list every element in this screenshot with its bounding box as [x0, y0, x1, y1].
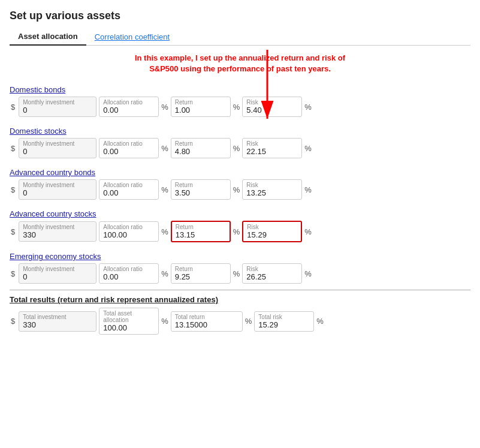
alloc-label-advanced-country-bonds: Allocation ratio [103, 182, 155, 188]
tab-correlation-coefficient[interactable]: Correlation coefficient [86, 28, 179, 45]
pct-return-advanced-country-bonds: % [233, 185, 240, 194]
risk-field-emerging-economy-stocks[interactable]: Risk 26.25 [242, 263, 302, 284]
risk-label-emerging-economy-stocks: Risk [246, 266, 298, 272]
monthly-field-advanced-country-stocks[interactable]: Monthly investment 330 [19, 221, 96, 242]
risk-value-advanced-country-stocks: 15.29 [247, 230, 297, 239]
pct-alloc-advanced-country-bonds: % [161, 185, 168, 194]
pct-risk-advanced-country-stocks: % [304, 227, 312, 236]
dollar-sign-advanced-country-stocks: $ [10, 227, 16, 236]
monthly-value-domestic-stocks: 0 [23, 147, 92, 156]
risk-value-advanced-country-bonds: 13.25 [246, 188, 298, 197]
return-value-domestic-bonds: 1.00 [175, 106, 227, 115]
monthly-value-advanced-country-stocks: 330 [23, 230, 92, 239]
return-field-advanced-country-stocks[interactable]: Return 13.15 [171, 221, 231, 242]
annotation-area: In this example, I set up the annualized… [10, 53, 470, 74]
pct-risk-advanced-country-bonds: % [304, 185, 312, 194]
monthly-field-advanced-country-bonds[interactable]: Monthly investment 0 [19, 179, 96, 200]
total-alloc-value: 100.00 [103, 323, 155, 332]
risk-label-advanced-country-stocks: Risk [247, 224, 297, 230]
dollar-sign-advanced-country-bonds: $ [10, 185, 16, 194]
monthly-field-emerging-economy-stocks[interactable]: Monthly investment 0 [19, 263, 96, 284]
return-field-advanced-country-bonds[interactable]: Return 3.50 [171, 179, 231, 200]
dollar-sign-total: $ [10, 317, 16, 326]
annotation-text: In this example, I set up the annualized… [10, 53, 470, 74]
section-title-domestic-stocks[interactable]: Domestic stocks [10, 127, 67, 136]
monthly-label-emerging-economy-stocks: Monthly investment [23, 266, 92, 272]
return-value-domestic-stocks: 4.80 [175, 147, 227, 156]
alloc-value-advanced-country-stocks: 100.00 [103, 230, 155, 239]
pct-total-alloc: % [161, 317, 168, 326]
section-title-emerging-economy-stocks[interactable]: Emerging economy stocks [10, 252, 101, 261]
dollar-sign-emerging-economy-stocks: $ [10, 269, 16, 278]
risk-value-domestic-bonds: 5.40 [246, 106, 298, 115]
return-value-advanced-country-bonds: 3.50 [175, 188, 227, 197]
alloc-field-advanced-country-stocks[interactable]: Allocation ratio 100.00 [99, 221, 159, 242]
return-label-domestic-bonds: Return [175, 99, 227, 106]
tab-asset-allocation[interactable]: Asset allocation [10, 28, 86, 46]
alloc-field-domestic-stocks[interactable]: Allocation ratio 0.00 [99, 138, 159, 158]
total-risk-value: 15.29 [258, 320, 310, 329]
risk-field-domestic-stocks[interactable]: Risk 22.15 [242, 138, 302, 158]
pct-return-domestic-bonds: % [233, 103, 240, 112]
section-title-domestic-bonds[interactable]: Domestic bonds [10, 85, 65, 94]
asset-row-domestic-bonds: $ Monthly investment 0 Allocation ratio … [10, 97, 470, 117]
risk-label-advanced-country-bonds: Risk [246, 182, 298, 188]
return-label-advanced-country-bonds: Return [175, 182, 227, 188]
pct-risk-domestic-stocks: % [304, 144, 312, 153]
pct-return-advanced-country-stocks: % [233, 227, 240, 236]
monthly-value-advanced-country-bonds: 0 [23, 188, 92, 197]
section-title-advanced-country-stocks[interactable]: Advanced country stocks [10, 209, 96, 218]
return-field-domestic-bonds[interactable]: Return 1.00 [171, 97, 231, 117]
monthly-field-domestic-bonds[interactable]: Monthly investment 0 [19, 97, 96, 117]
total-return-value: 13.15000 [175, 320, 239, 329]
alloc-value-domestic-bonds: 0.00 [103, 106, 155, 115]
alloc-field-emerging-economy-stocks[interactable]: Allocation ratio 0.00 [99, 263, 159, 284]
asset-row-emerging-economy-stocks: $ Monthly investment 0 Allocation ratio … [10, 263, 470, 284]
risk-field-domestic-bonds[interactable]: Risk 5.40 [242, 97, 302, 117]
totals-row: $ Total investment 330 Total asset alloc… [10, 308, 470, 335]
return-label-advanced-country-stocks: Return [176, 224, 226, 230]
monthly-label-advanced-country-bonds: Monthly investment [23, 182, 92, 188]
return-value-advanced-country-stocks: 13.15 [176, 230, 226, 239]
asset-row-advanced-country-bonds: $ Monthly investment 0 Allocation ratio … [10, 179, 470, 200]
monthly-label-domestic-stocks: Monthly investment [23, 140, 92, 147]
monthly-field-domestic-stocks[interactable]: Monthly investment 0 [19, 138, 96, 158]
monthly-label-domestic-bonds: Monthly investment [23, 99, 92, 106]
total-return-field[interactable]: Total return 13.15000 [171, 311, 243, 332]
pct-alloc-advanced-country-stocks: % [161, 227, 168, 236]
risk-value-emerging-economy-stocks: 26.25 [246, 272, 298, 281]
asset-row-advanced-country-stocks: $ Monthly investment 330 Allocation rati… [10, 221, 470, 242]
alloc-value-advanced-country-bonds: 0.00 [103, 188, 155, 197]
risk-label-domestic-stocks: Risk [246, 140, 298, 147]
total-investment-field[interactable]: Total investment 330 [19, 311, 96, 332]
alloc-label-domestic-stocks: Allocation ratio [103, 140, 155, 147]
dollar-sign-domestic-stocks: $ [10, 144, 16, 153]
totals-section: Total results (return and risk represent… [10, 290, 470, 335]
total-investment-value: 330 [23, 320, 92, 329]
pct-total-return: % [245, 317, 252, 326]
section-title-advanced-country-bonds[interactable]: Advanced country bonds [10, 168, 95, 177]
pct-alloc-domestic-stocks: % [161, 144, 168, 153]
alloc-value-emerging-economy-stocks: 0.00 [103, 272, 155, 281]
risk-field-advanced-country-bonds[interactable]: Risk 13.25 [242, 179, 302, 200]
pct-total-risk: % [316, 317, 324, 326]
pct-risk-domestic-bonds: % [304, 103, 312, 112]
total-risk-label: Total risk [258, 314, 310, 320]
pct-alloc-emerging-economy-stocks: % [161, 269, 168, 278]
risk-label-domestic-bonds: Risk [246, 99, 298, 106]
total-risk-field[interactable]: Total risk 15.29 [254, 311, 314, 332]
alloc-field-domestic-bonds[interactable]: Allocation ratio 0.00 [99, 97, 159, 117]
dollar-sign-domestic-bonds: $ [10, 103, 16, 112]
total-alloc-label: Total asset allocation [103, 310, 155, 323]
return-field-domestic-stocks[interactable]: Return 4.80 [171, 138, 231, 158]
pct-alloc-domestic-bonds: % [161, 103, 168, 112]
tab-bar: Asset allocation Correlation coefficient [10, 28, 470, 46]
return-label-emerging-economy-stocks: Return [175, 266, 227, 272]
return-field-emerging-economy-stocks[interactable]: Return 9.25 [171, 263, 231, 284]
pct-return-emerging-economy-stocks: % [233, 269, 240, 278]
total-alloc-field[interactable]: Total asset allocation 100.00 [99, 308, 159, 335]
asset-row-domestic-stocks: $ Monthly investment 0 Allocation ratio … [10, 138, 470, 158]
alloc-field-advanced-country-bonds[interactable]: Allocation ratio 0.00 [99, 179, 159, 200]
risk-field-advanced-country-stocks[interactable]: Risk 15.29 [242, 221, 302, 242]
alloc-value-domestic-stocks: 0.00 [103, 147, 155, 156]
